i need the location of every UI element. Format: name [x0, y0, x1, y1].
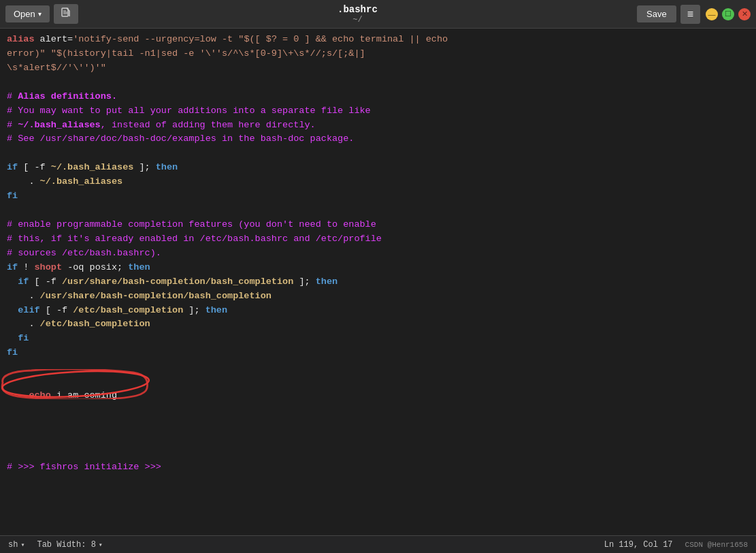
code-line: # enable programmable completion feature…	[7, 218, 749, 232]
save-button[interactable]: Save	[637, 5, 676, 22]
code-line: fi	[7, 189, 749, 204]
editor[interactable]: alias alert='notify-send --urgency=low -…	[0, 29, 756, 535]
code-line: fi	[7, 346, 749, 360]
code-line: . /usr/share/bash-completion/bash_comple…	[7, 289, 749, 304]
open-button[interactable]: Open ▾	[5, 5, 50, 22]
echo-line: echo i am coming	[7, 375, 117, 446]
code-line: if [ -f ~/.bash_aliases ]; then	[7, 161, 749, 175]
watermark: CSDN @Henr1658	[685, 541, 748, 549]
status-right: Ln 119, Col 17 CSDN @Henr1658	[604, 540, 748, 550]
open-label: Open	[14, 9, 35, 19]
code-line: # ~/.bash_aliases, instead of adding the…	[7, 118, 749, 133]
menu-button[interactable]: ≡	[680, 5, 700, 24]
code-line: # this, if it's already enabled in /etc/…	[7, 232, 749, 247]
title-filename: .bashrc	[338, 4, 378, 15]
code-line-alias-def: # Alias definitions.	[7, 90, 749, 104]
maximize-button[interactable]: ☐	[722, 8, 734, 20]
code-line-fishros: # >>> fishros initialize >>>	[7, 460, 749, 475]
statusbar: sh ▾ Tab Width: 8 ▾ Ln 119, Col 17 CSDN …	[0, 535, 756, 553]
file-icon-button[interactable]	[54, 4, 78, 24]
titlebar: Open ▾ .bashrc ~/ Save ≡ — ☐ ✕	[0, 0, 756, 29]
code-line: error)" "$(history|tail -n1|sed -e '\''s…	[7, 47, 749, 61]
code-line: if ! shopt -oq posix; then	[7, 261, 749, 275]
code-line: . ~/.bash_aliases	[7, 175, 749, 189]
window-controls: — ☐ ✕	[706, 8, 751, 20]
tab-width-arrow: ▾	[99, 541, 103, 549]
code-line: elif [ -f /etc/bash_completion ]; then	[7, 304, 749, 318]
code-line: alias alert='notify-send --urgency=low -…	[7, 33, 749, 47]
file-icon	[61, 7, 71, 18]
tab-width-selector[interactable]: Tab Width: 8 ▾	[37, 540, 102, 550]
code-line: # See /usr/share/doc/bash-doc/examples i…	[7, 132, 749, 146]
code-line: # sources /etc/bash.bashrc).	[7, 247, 749, 261]
code-line: # You may want to put all your additions…	[7, 104, 749, 118]
code-line	[7, 146, 749, 161]
language-arrow: ▾	[20, 541, 24, 549]
language-selector[interactable]: sh ▾	[8, 540, 24, 550]
close-button[interactable]: ✕	[738, 8, 751, 20]
tab-width-label: Tab Width: 8	[37, 540, 95, 550]
code-line: fi	[7, 332, 749, 346]
title-center: .bashrc ~/	[78, 4, 637, 25]
cursor-position: Ln 119, Col 17	[604, 540, 673, 550]
language-label: sh	[8, 540, 18, 550]
code-line	[7, 360, 749, 375]
code-line	[7, 76, 749, 90]
title-path: ~/	[78, 15, 637, 25]
code-line	[7, 204, 749, 218]
code-line: \s*alert$//'\'')'"	[7, 61, 749, 76]
code-line	[7, 446, 749, 460]
code-line: if [ -f /usr/share/bash-completion/bash_…	[7, 275, 749, 289]
open-arrow: ▾	[38, 10, 42, 18]
code-line: . /etc/bash_completion	[7, 317, 749, 332]
minimize-button[interactable]: —	[706, 8, 718, 20]
